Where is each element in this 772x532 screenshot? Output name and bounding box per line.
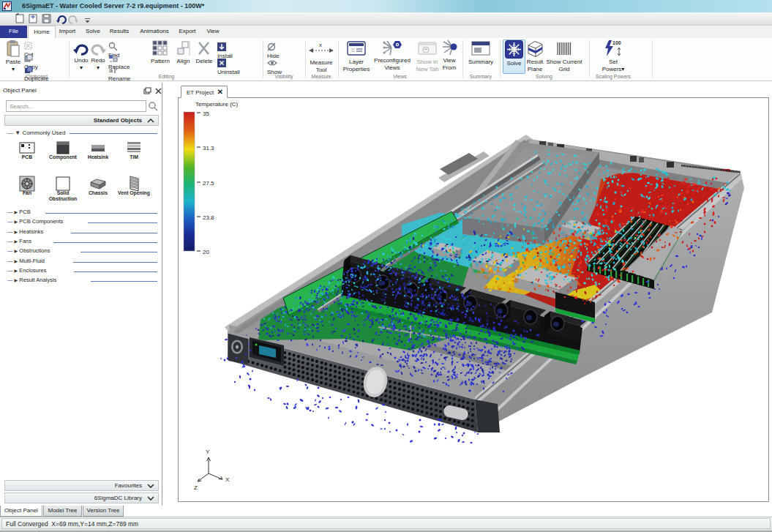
svg-text:27.5: 27.5 — [203, 180, 214, 187]
svg-text:a: a — [109, 67, 113, 74]
svg-text:Y: Y — [206, 449, 210, 455]
svg-text:31.3: 31.3 — [203, 145, 214, 151]
svg-text:35: 35 — [203, 110, 209, 117]
svg-text:X: X — [225, 476, 230, 483]
svg-text:Temperature (C): Temperature (C) — [195, 101, 239, 108]
svg-text:x: x — [319, 42, 322, 48]
svg-text:Z: Z — [194, 484, 198, 491]
svg-text:23.8: 23.8 — [203, 214, 214, 221]
svg-text:100: 100 — [612, 40, 621, 45]
svg-text:20: 20 — [203, 249, 209, 255]
